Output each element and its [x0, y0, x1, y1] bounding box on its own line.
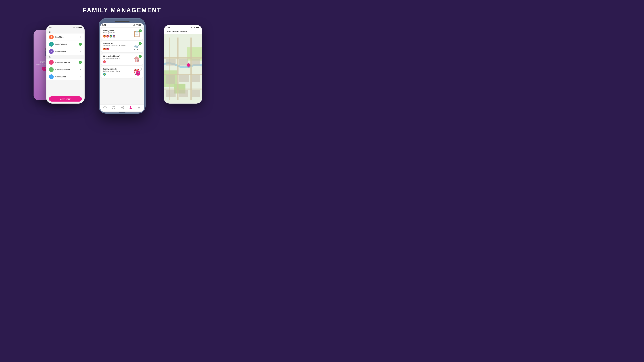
svg-rect-9	[134, 24, 134, 26]
check-arrived-home: ✓	[139, 55, 142, 58]
contacts-list: B B Bob Müller + B Boris Schmidt ✓ B Bun…	[46, 29, 84, 95]
svg-rect-20	[121, 106, 122, 107]
map-status-bar: 9:41	[164, 25, 202, 29]
avatar-chris: C	[49, 67, 54, 72]
card-family-tasks[interactable]: ✓ Family tasks Three open tasks 👦 👧 🧒 👦	[101, 28, 143, 40]
svg-rect-3	[75, 27, 75, 28]
svg-rect-22	[121, 108, 122, 109]
card-avatars-grocery: 👦 👧	[103, 48, 131, 50]
svg-rect-13	[139, 25, 141, 25]
card-title-family-tasks: Family tasks	[103, 30, 131, 32]
svg-rect-47	[192, 59, 200, 65]
svg-point-31	[194, 28, 195, 28]
svg-rect-45	[166, 59, 176, 65]
svg-rect-7	[81, 27, 82, 28]
phone-notch	[114, 21, 130, 22]
add-christian[interactable]: +	[79, 75, 82, 78]
card-title-arrived: Who arrived home?	[103, 55, 131, 57]
contact-bob[interactable]: B Bob Müller +	[46, 33, 84, 40]
svg-point-11	[137, 25, 137, 26]
svg-rect-41	[177, 37, 178, 100]
contact-name-boris: Boris Schmidt	[55, 43, 77, 45]
avatar-grocery-2: 👧	[106, 48, 109, 50]
card-grocery-list[interactable]: ✓ Grocery list Five things still have to…	[101, 41, 143, 52]
phone-map: 9:41 Who arrived home?	[164, 25, 202, 104]
contact-name-christina: Christina Schmidt	[55, 61, 77, 63]
bottom-nav	[100, 104, 144, 111]
avatar-grocery-1: 👦	[103, 48, 106, 50]
section-c: C	[46, 55, 84, 59]
avatar-bunny: B	[49, 49, 54, 54]
main-status-bar: 9:41	[100, 23, 144, 27]
map-area	[164, 34, 202, 103]
nav-menu[interactable]	[138, 106, 141, 109]
contact-christina[interactable]: C Christina Schmidt ✓	[46, 59, 84, 66]
svg-point-24	[130, 106, 131, 108]
contacts-time: 9:41	[49, 26, 52, 28]
svg-rect-48	[166, 75, 175, 84]
svg-rect-53	[192, 90, 200, 97]
avatar-task-3: 🧒	[110, 35, 112, 37]
contact-boris[interactable]: B Boris Schmidt ✓	[46, 41, 84, 48]
nav-person[interactable]	[129, 106, 132, 109]
nav-grid[interactable]	[120, 106, 124, 109]
card-subtitle-grocery: Five things still have to be bought	[103, 45, 131, 47]
main-status-icons	[133, 24, 142, 26]
svg-rect-2	[74, 27, 74, 28]
add-chris[interactable]: +	[79, 68, 82, 71]
svg-rect-6	[79, 27, 81, 28]
contact-bunny[interactable]: B Bunny Walter +	[46, 48, 84, 55]
svg-rect-51	[166, 90, 176, 97]
svg-rect-8	[133, 25, 134, 26]
nav-home[interactable]	[103, 106, 107, 109]
svg-rect-33	[196, 27, 198, 28]
phone-contacts: 9:41 B B Bob Müller + B Boris Schmidt	[46, 25, 85, 104]
card-avatars-family-tasks: 👦 👧 🧒 👦	[103, 35, 131, 37]
card-avatars-arrived: 👧	[103, 60, 131, 63]
page-title: FAMILY MANAGEMENT	[83, 7, 161, 14]
card-content-family-tasks: Family tasks Three open tasks 👦 👧 🧒 👦	[103, 30, 131, 37]
add-member-button[interactable]: Add member	[49, 96, 82, 102]
contact-name-bunny: Bunny Walter	[55, 50, 77, 52]
add-bob[interactable]: +	[79, 35, 82, 38]
check-boris: ✓	[79, 43, 82, 46]
card-content-arrived: Who arrived home? Christina arrived just…	[103, 55, 131, 63]
check-christina: ✓	[79, 61, 82, 64]
svg-rect-28	[191, 27, 191, 28]
svg-rect-42	[190, 37, 192, 100]
avatar-task-2: 👧	[106, 35, 109, 37]
avatar-christian: C	[49, 74, 54, 79]
contact-chris[interactable]: C Chris Degenhardt +	[46, 66, 84, 73]
svg-rect-30	[192, 27, 192, 28]
svg-rect-46	[179, 59, 188, 65]
svg-point-19	[113, 107, 114, 108]
svg-rect-34	[199, 27, 200, 28]
card-subtitle-arrived: Christina arrived just now	[103, 57, 131, 59]
svg-point-4	[77, 28, 77, 28]
card-arrived-home[interactable]: ✓ Who arrived home? Christina arrived ju…	[101, 53, 143, 65]
nav-settings[interactable]	[112, 106, 115, 109]
section-b: B	[46, 30, 84, 33]
avatar-task-1: 👦	[103, 35, 106, 37]
card-icon-reminder: ⏰ 🎤	[133, 68, 141, 76]
contacts-status-bar: 9:41	[46, 25, 84, 29]
card-avatars-reminder: 👦	[103, 73, 131, 76]
avatar-christina: C	[49, 60, 54, 65]
card-subtitle-reminder: Boris has soccer training	[103, 70, 131, 72]
card-subtitle-family-tasks: Three open tasks	[103, 32, 131, 34]
svg-rect-21	[122, 106, 124, 107]
card-title-grocery: Grocery list	[103, 42, 131, 44]
contact-name-christian: Christian Müller	[55, 76, 77, 78]
contact-christian[interactable]: C Christian Müller +	[46, 73, 84, 80]
check-grocery-list: ✓	[139, 42, 142, 45]
avatar-reminder-1: 👦	[103, 73, 106, 76]
add-bunny[interactable]: +	[79, 50, 82, 53]
avatar-boris: B	[49, 42, 54, 46]
svg-rect-23	[122, 108, 124, 109]
svg-rect-1	[74, 27, 74, 28]
mic-button[interactable]: 🎤	[136, 71, 140, 76]
card-title-reminder: Family reminder	[103, 68, 131, 70]
card-family-reminder[interactable]: Family reminder Boris has soccer trainin…	[101, 66, 143, 78]
avatar-bob: B	[49, 35, 54, 39]
svg-rect-52	[179, 90, 188, 97]
